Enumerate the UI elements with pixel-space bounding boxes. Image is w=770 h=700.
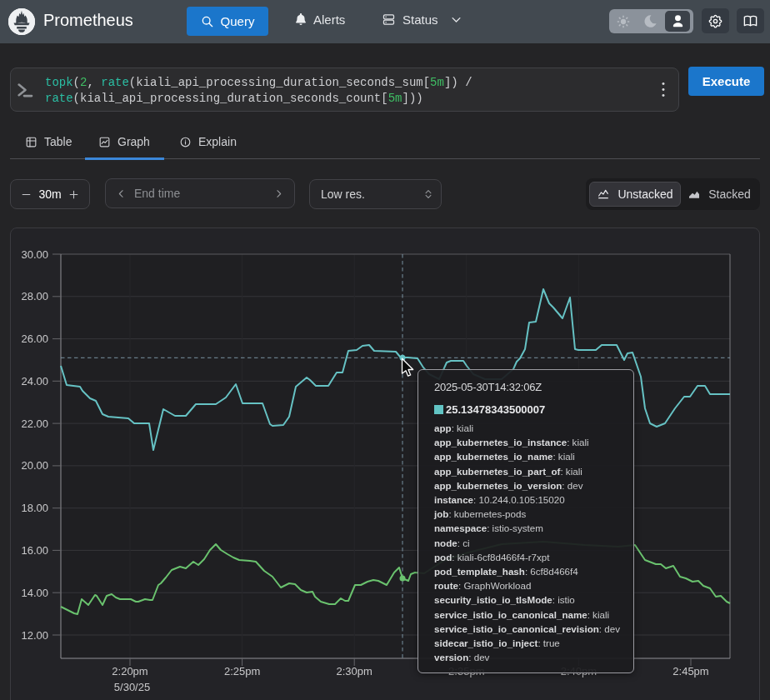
svg-text:28.00: 28.00 [21,290,48,302]
svg-text:22.00: 22.00 [21,418,48,430]
svg-text:2:20pm: 2:20pm [112,665,148,678]
svg-text:12.00: 12.00 [21,629,48,642]
svg-text:5/30/25: 5/30/25 [114,681,150,693]
svg-text:30.00: 30.00 [21,248,48,261]
svg-text:24.00: 24.00 [21,375,48,388]
svg-text:14.00: 14.00 [21,587,48,599]
svg-text:26.00: 26.00 [21,332,48,345]
svg-text:2:45pm: 2:45pm [672,665,708,678]
svg-text:2:25pm: 2:25pm [224,665,260,678]
svg-text:16.00: 16.00 [21,544,48,557]
svg-text:18.00: 18.00 [21,502,48,514]
svg-text:2:30pm: 2:30pm [337,665,372,678]
svg-text:20.00: 20.00 [21,459,48,472]
